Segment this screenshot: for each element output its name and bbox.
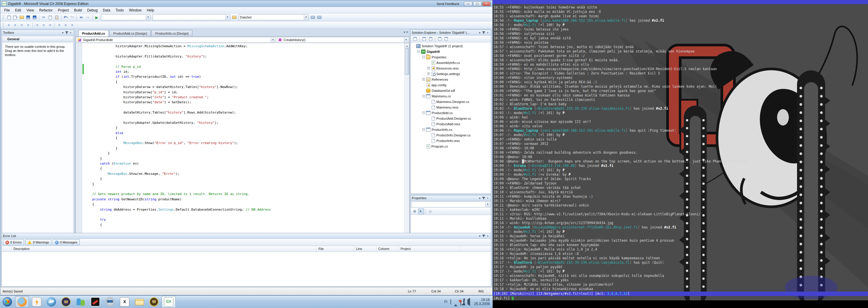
code-line[interactable]: historyAdapter.MissingSchemaAction = Mis… (85, 44, 404, 49)
code-line[interactable]: // Parse p_id (85, 64, 404, 69)
tree-item-resources-resx[interactable]: +Resources.resx (410, 65, 491, 71)
code-line[interactable] (85, 49, 404, 54)
code-line[interactable]: MessageBox.Show("Error in p_id", "Error … (85, 141, 404, 146)
terminal[interactable] (88, 296, 102, 308)
dataset-icon[interactable] (231, 15, 237, 20)
visual-csharp[interactable]: C# (162, 296, 176, 308)
tree-item-mainmenu-cs[interactable]: −Mainmenu.cs (410, 93, 491, 99)
tree-item-mainmenu-designer-cs[interactable]: Mainmenu.Designer.cs (410, 99, 491, 104)
tree-item-productadd-designer-cs[interactable]: ProductAdd.Designer.cs (410, 116, 491, 121)
collapse-region-icon[interactable]: ≡ (41, 22, 46, 28)
tab-productadd-cs-design-[interactable]: ProductAdd.cs [Design] (110, 30, 151, 36)
code-line[interactable]: } (85, 151, 404, 156)
redo-icon[interactable]: ↷▾ (69, 15, 75, 20)
code-line[interactable] (85, 187, 404, 191)
cut-icon[interactable]: ✂ (41, 15, 46, 20)
tab-productinfo-cs-design-[interactable]: ProductInfo.cs [Design] (151, 30, 192, 36)
collapse-icon[interactable]: − (422, 56, 425, 58)
close-icon[interactable]: × (69, 31, 73, 34)
tree-item-program-cs[interactable]: Program.cs (410, 144, 491, 149)
volume-icon[interactable] (467, 300, 470, 304)
menu-help[interactable]: Help (144, 7, 157, 13)
tree-item-gigadrill[interactable]: −C#Gigadrill (410, 49, 491, 54)
menu-tools[interactable]: Tools (113, 7, 126, 13)
menu-edit[interactable]: Edit (12, 7, 24, 13)
code-line[interactable]: { (85, 166, 404, 171)
tree-item-references[interactable]: +References (410, 76, 491, 82)
code-line[interactable] (85, 115, 404, 120)
copy-icon[interactable] (47, 15, 53, 20)
toolbox-group-general[interactable]: General (2, 36, 73, 42)
toolbar-grip[interactable] (3, 15, 4, 20)
tab-productadd-cs[interactable]: ProductAdd.cs (78, 30, 109, 36)
code-line[interactable]: historyDatarow["date"] = GetDate(); (85, 100, 404, 105)
solution-explorer-title-bar[interactable]: Solution Explorer - Solution 'Gigadrill'… (410, 30, 491, 35)
alphabetical-sort-icon[interactable]: A↓ (418, 209, 424, 214)
navigate-forward-icon[interactable]: ⇨ (85, 15, 91, 20)
tree-item-solution-gigadrill-1-project-[interactable]: Solution 'Gigadrill' (1 project) (410, 43, 491, 49)
paste-icon[interactable] (54, 15, 60, 20)
code-line[interactable] (85, 59, 404, 64)
code-line[interactable]: historyAdapter.Update(dataSetHistory, "h… (85, 120, 404, 125)
undo-icon[interactable]: ↶▾ (63, 15, 69, 20)
column-File[interactable]: File (317, 246, 354, 252)
tree-item-mainmenu-resx[interactable]: Mainmenu.resx (410, 104, 491, 110)
dataset-combo[interactable]: DataSet▼ (239, 14, 309, 20)
code-line[interactable]: { (85, 80, 404, 85)
winamp[interactable] (30, 296, 44, 308)
filter-0-warnings[interactable]: 0 Warnings (25, 239, 51, 245)
code-line[interactable]: } (85, 156, 404, 161)
error-list-body[interactable] (2, 252, 491, 286)
code-line[interactable]: string dbAddress = Properties.Settings.D… (85, 207, 404, 212)
clock[interactable]: 19:18 25.3.2009 (474, 298, 490, 306)
tree-item-productinfo-resx[interactable]: ProductInfo.resx (410, 138, 491, 144)
add-new-item-icon[interactable]: ▾ (12, 15, 18, 20)
language-indicator[interactable]: FI (444, 300, 447, 304)
properties-object-dropdown[interactable]: ▼ (411, 202, 490, 207)
code-line[interactable]: { (85, 135, 404, 141)
code-line[interactable]: { (85, 222, 404, 227)
menu-window[interactable]: Window (126, 7, 144, 13)
send-feedback-button[interactable]: Send Feedback (437, 2, 459, 6)
show-hidden-icons-icon[interactable] (454, 300, 458, 304)
bookmark-prev-icon[interactable]: ≡ (56, 22, 62, 28)
keyboard-icon[interactable] (451, 300, 451, 304)
toolbar-combo-1[interactable]: ▼ (101, 14, 151, 20)
world-of-warcraft[interactable]: W (59, 296, 73, 308)
pin-icon[interactable] (483, 197, 484, 199)
close-button[interactable]: × (482, 1, 491, 6)
code-line[interactable]: dataSetHistory.Tables["history"].Rows.Ad… (85, 110, 404, 115)
code-line[interactable]: historyDatarow["info"] = "Product create… (85, 95, 404, 100)
close-icon[interactable]: × (486, 31, 490, 34)
tree-item-productadd-cs[interactable]: −ProductAdd.cs (410, 110, 491, 116)
decrease-indent-icon[interactable]: ≡ (6, 22, 12, 28)
minimize-button[interactable]: — (464, 1, 472, 6)
code-line[interactable]: catch (Exception ex) (85, 161, 404, 166)
chevron-down-icon[interactable]: ▾ (61, 31, 65, 34)
menu-file[interactable]: File (1, 7, 12, 13)
firefox[interactable] (15, 296, 29, 308)
chevron-down-icon[interactable]: ▾ (478, 196, 482, 200)
maximize-button[interactable]: ▢ (473, 1, 482, 6)
code-line[interactable] (85, 212, 404, 217)
file-manager[interactable] (132, 296, 146, 308)
start-debugging-icon[interactable]: ▶ (94, 15, 100, 20)
generate-dataset-icon[interactable] (310, 15, 316, 20)
navigate-backward-icon[interactable]: ⇦ (78, 15, 84, 20)
code-line[interactable]: else (85, 130, 404, 135)
collapse-icon[interactable]: − (417, 50, 420, 53)
tree-item-productinfo-designer-cs[interactable]: ProductInfo.Designer.cs (410, 132, 491, 138)
expand-icon[interactable]: + (422, 78, 425, 81)
toolbox-title-bar[interactable]: Toolbox ▾ × (2, 30, 74, 35)
close-icon[interactable]: × (486, 235, 490, 238)
view-code-icon[interactable] (437, 36, 442, 42)
code-line[interactable] (85, 105, 404, 110)
scroll-up-icon[interactable]: ▲ (405, 43, 409, 48)
new-project-icon[interactable] (6, 15, 12, 20)
column-Line[interactable]: Line (354, 246, 376, 252)
expand-region-icon[interactable]: ≡ (47, 22, 53, 28)
categorized-icon[interactable]: ⊞ (412, 209, 417, 214)
save-all-icon[interactable] (32, 15, 37, 20)
tab-list-dropdown-icon[interactable]: ▾ (404, 31, 406, 34)
bookmark-next-icon[interactable]: ≡ (63, 22, 69, 28)
